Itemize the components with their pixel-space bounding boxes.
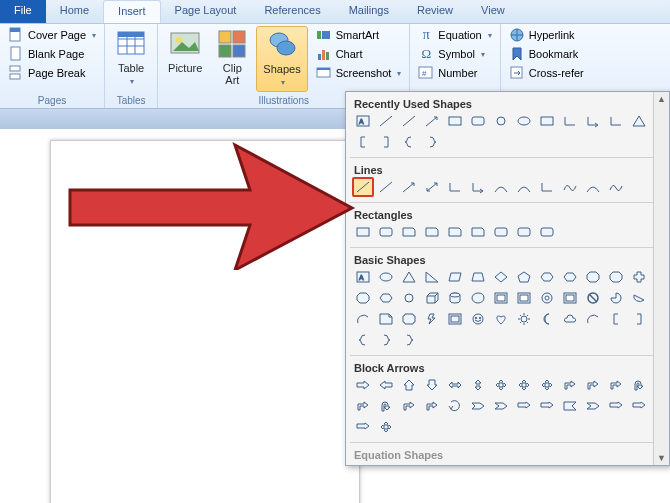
shape-uturn[interactable] [375, 396, 397, 416]
shapes-button[interactable]: Shapes▾ [256, 26, 307, 92]
tab-view[interactable]: View [467, 0, 519, 23]
dropdown-scrollbar[interactable]: ▲▼ [653, 92, 669, 465]
shape-lbrk[interactable] [605, 309, 627, 329]
shape-rect[interactable] [444, 111, 466, 131]
shape-oval[interactable] [375, 267, 397, 287]
shape-arc[interactable] [352, 309, 374, 329]
bookmark-button[interactable]: Bookmark [505, 45, 588, 63]
shape-rbrace[interactable] [375, 330, 397, 350]
shape-can[interactable] [490, 111, 512, 131]
shape-chev[interactable] [582, 396, 604, 416]
shape-quad[interactable] [490, 375, 512, 395]
hyperlink-button[interactable]: Hyperlink [505, 26, 588, 44]
shape-notch[interactable] [467, 396, 489, 416]
shape-rsnip[interactable] [467, 222, 489, 242]
shape-hex[interactable] [375, 288, 397, 308]
smartart-button[interactable]: SmartArt [312, 26, 406, 44]
shape-quad[interactable] [536, 375, 558, 395]
shape-oct[interactable] [605, 267, 627, 287]
shape-cloud[interactable] [559, 309, 581, 329]
shape-curve[interactable] [513, 177, 535, 197]
shape-rrect[interactable] [467, 111, 489, 131]
shape-lree[interactable] [559, 396, 581, 416]
shape-cube[interactable] [421, 288, 443, 308]
shape-diam[interactable] [490, 267, 512, 287]
blank-page-button[interactable]: Blank Page [4, 45, 100, 63]
shape-rbrace[interactable] [421, 132, 443, 152]
shape-bent[interactable] [398, 396, 420, 416]
shape-pie[interactable] [605, 288, 627, 308]
shape-no[interactable] [582, 288, 604, 308]
shape-elbowA[interactable] [467, 177, 489, 197]
shape-rrect[interactable] [513, 222, 535, 242]
document-page[interactable] [50, 140, 360, 503]
shape-hex[interactable] [536, 267, 558, 287]
shape-lrarrow[interactable] [444, 375, 466, 395]
shape-arrow[interactable] [398, 177, 420, 197]
shape-para[interactable] [444, 267, 466, 287]
shape-elbowA[interactable] [582, 111, 604, 131]
tab-page-layout[interactable]: Page Layout [161, 0, 251, 23]
shape-elbow[interactable] [536, 177, 558, 197]
tab-mailings[interactable]: Mailings [335, 0, 403, 23]
shape-rrect[interactable] [375, 222, 397, 242]
shape-quad[interactable] [375, 417, 397, 437]
shape-elbow[interactable] [559, 111, 581, 131]
shape-bent[interactable] [582, 375, 604, 395]
shape-plaque[interactable] [398, 309, 420, 329]
shape-circ[interactable] [444, 396, 466, 416]
shape-lbrace[interactable] [352, 330, 374, 350]
shape-textbox[interactable]: A [352, 267, 374, 287]
shape-frame[interactable] [513, 288, 535, 308]
number-button[interactable]: # Number [414, 64, 495, 82]
shape-oval[interactable] [513, 111, 535, 131]
shape-frame[interactable] [490, 288, 512, 308]
shape-lbrk[interactable] [352, 132, 374, 152]
shape-udarrow[interactable] [467, 375, 489, 395]
clipart-button[interactable]: Clip Art [210, 26, 254, 88]
shape-moon[interactable] [536, 309, 558, 329]
shape-donut[interactable] [536, 288, 558, 308]
cover-page-button[interactable]: Cover Page▾ [4, 26, 100, 44]
shape-arrow[interactable] [421, 111, 443, 131]
shape-smile[interactable] [467, 309, 489, 329]
shape-pent[interactable] [513, 267, 535, 287]
shape-plus[interactable] [628, 267, 650, 287]
shape-trap[interactable] [467, 267, 489, 287]
table-button[interactable]: Table▾ [109, 26, 153, 90]
shape-bev[interactable] [444, 309, 466, 329]
shape-chev[interactable] [490, 396, 512, 416]
shape-lbrace[interactable] [398, 132, 420, 152]
shape-rect[interactable] [352, 222, 374, 242]
equation-button[interactable]: π Equation▾ [414, 26, 495, 44]
shape-callout[interactable] [513, 396, 535, 416]
shape-textbox[interactable]: A [352, 111, 374, 131]
shape-tri[interactable] [628, 111, 650, 131]
page-break-button[interactable]: Page Break [4, 64, 100, 82]
shape-elbow[interactable] [444, 177, 466, 197]
shape-bent[interactable] [559, 375, 581, 395]
shape-curve[interactable] [490, 177, 512, 197]
shape-tri[interactable] [398, 267, 420, 287]
tab-references[interactable]: References [250, 0, 334, 23]
scroll-up-icon[interactable]: ▲ [655, 92, 668, 106]
symbol-button[interactable]: Ω Symbol▾ [414, 45, 495, 63]
shape-scrib[interactable] [559, 177, 581, 197]
shape-elbow[interactable] [605, 111, 627, 131]
tab-review[interactable]: Review [403, 0, 467, 23]
shape-hex[interactable] [559, 267, 581, 287]
chart-button[interactable]: Chart [312, 45, 406, 63]
shape-rarrow[interactable] [352, 375, 374, 395]
tab-file[interactable]: File [0, 0, 46, 23]
shape-heart[interactable] [490, 309, 512, 329]
shape-line[interactable] [375, 111, 397, 131]
shape-oct[interactable] [352, 288, 374, 308]
shape-callout[interactable] [605, 396, 627, 416]
tab-home[interactable]: Home [46, 0, 103, 23]
tab-insert[interactable]: Insert [103, 0, 161, 23]
shape-larrow[interactable] [375, 375, 397, 395]
crossref-button[interactable]: Cross-refer [505, 64, 588, 82]
shape-scrib[interactable] [605, 177, 627, 197]
shape-line[interactable] [375, 177, 397, 197]
shape-callout[interactable] [536, 396, 558, 416]
